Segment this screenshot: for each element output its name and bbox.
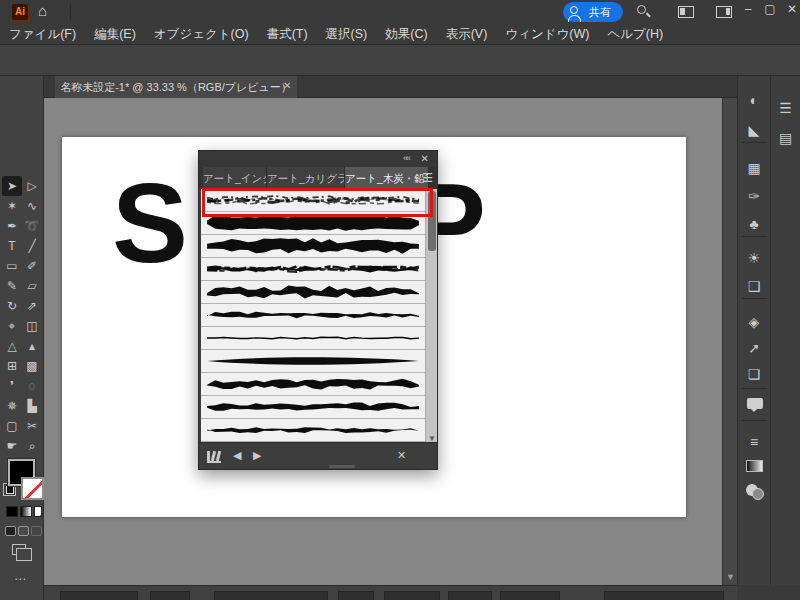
stroke-indicator[interactable] bbox=[21, 477, 44, 500]
brush-item-charcoal[interactable] bbox=[201, 235, 425, 258]
brush-tab-0[interactable]: アート_インク bbox=[203, 167, 267, 189]
perspective-grid-tool[interactable]: △ bbox=[2, 336, 22, 356]
brush-item-taper[interactable] bbox=[201, 350, 425, 373]
screen-mode-icon[interactable] bbox=[12, 544, 26, 555]
document-tab[interactable]: 名称未設定-1* @ 33.33 %（RGB/プレビュー） bbox=[55, 76, 297, 98]
maximize-button[interactable]: ▢ bbox=[760, 0, 780, 20]
width-tool[interactable]: ⌖ bbox=[2, 316, 22, 336]
status-box[interactable] bbox=[384, 591, 440, 600]
artboards-panel-icon[interactable]: ❏ bbox=[738, 364, 770, 384]
panel-close-icon[interactable]: ✕ bbox=[421, 153, 429, 164]
gradient-button[interactable] bbox=[20, 506, 32, 517]
brush-item-roughthin2[interactable] bbox=[201, 419, 425, 442]
zoom-tool[interactable]: ⌕ bbox=[22, 436, 42, 456]
properties-panel-icon[interactable]: ☰ bbox=[771, 98, 800, 118]
brush-tab-1[interactable]: アート_カリグラフィ bbox=[267, 167, 345, 189]
curvature-tool[interactable]: ➰ bbox=[22, 216, 42, 236]
artboard-letter-s[interactable]: S bbox=[112, 166, 188, 280]
status-box[interactable] bbox=[448, 591, 492, 600]
layers-panel-icon[interactable]: ◈ bbox=[738, 312, 770, 332]
menu-item-7[interactable]: ウィンドウ(W) bbox=[496, 24, 598, 45]
gradient-tool[interactable]: ▩ bbox=[22, 356, 42, 376]
brushes-panel[interactable]: «« ✕ アート_インクアート_カリグラフィアート_木炭・鉛筆 ☰ ▼ ◀ ▶ … bbox=[198, 150, 438, 470]
menu-item-1[interactable]: 編集(E) bbox=[85, 24, 145, 45]
menu-item-5[interactable]: 効果(C) bbox=[376, 24, 436, 45]
brushes-panel-header[interactable]: «« ✕ bbox=[199, 151, 437, 167]
menu-item-8[interactable]: ヘルプ(H) bbox=[598, 24, 672, 45]
artboard-tool[interactable]: ▢ bbox=[2, 416, 22, 436]
document-tab-close-icon[interactable]: ✕ bbox=[283, 80, 291, 91]
edit-toolbar-icon[interactable]: ⋯ bbox=[14, 572, 27, 586]
direct-selection-tool[interactable]: ▷ bbox=[22, 176, 42, 196]
graphic-styles-panel-icon[interactable]: ❑ bbox=[738, 276, 770, 296]
graph-tool[interactable]: ▙ bbox=[22, 396, 42, 416]
home-icon[interactable]: ⌂ bbox=[38, 2, 47, 19]
scroll-down-icon[interactable]: ▼ bbox=[726, 572, 735, 582]
rectangle-tool[interactable]: ▭ bbox=[2, 256, 22, 276]
perspective-selection-tool[interactable]: ▴ bbox=[22, 336, 42, 356]
swatches-panel-icon[interactable]: ▦ bbox=[738, 158, 770, 178]
stroke-panel-icon[interactable]: ≡ bbox=[738, 432, 770, 452]
eyedropper-tool[interactable]: ❜ bbox=[2, 376, 22, 396]
appearance-panel-icon[interactable]: ☀ bbox=[738, 248, 770, 268]
color-guide-panel-icon[interactable]: ◣ bbox=[738, 120, 770, 140]
magic-wand-tool[interactable]: ✶ bbox=[2, 196, 22, 216]
brush-tab-2[interactable]: アート_木炭・鉛筆 bbox=[345, 167, 429, 189]
scale-tool[interactable]: ⇗ bbox=[22, 296, 42, 316]
brush-libraries-menu-icon[interactable] bbox=[207, 451, 221, 463]
brush-item-hairline[interactable] bbox=[201, 327, 425, 350]
symbol-sprayer-tool[interactable]: ✵ bbox=[2, 396, 22, 416]
panel-collapse-icon[interactable]: «« bbox=[403, 153, 409, 163]
color-panel-icon[interactable]: ◐ bbox=[738, 90, 770, 110]
line-segment-tool[interactable]: ╱ bbox=[22, 236, 42, 256]
next-library-icon[interactable]: ▶ bbox=[253, 449, 261, 462]
pen-tool[interactable]: ✒ bbox=[2, 216, 22, 236]
delete-brush-icon[interactable]: ✕ bbox=[397, 449, 406, 462]
draw-behind-mode-icon[interactable] bbox=[18, 526, 29, 536]
vertical-scrollbar[interactable]: ▼ bbox=[722, 98, 737, 585]
previous-library-icon[interactable]: ◀ bbox=[233, 449, 241, 462]
brushes-panel-icon[interactable]: ✑ bbox=[738, 186, 770, 206]
export-panel-icon[interactable]: ➚ bbox=[738, 338, 770, 358]
menu-item-3[interactable]: 書式(T) bbox=[258, 24, 317, 45]
workspace-switcher-icon[interactable] bbox=[716, 6, 732, 18]
artboard-navigation-box[interactable] bbox=[214, 591, 328, 600]
selection-tool[interactable]: ➤ bbox=[2, 176, 22, 196]
menu-item-0[interactable]: ファイル(F) bbox=[0, 24, 85, 45]
paintbrush-tool[interactable]: ✐ bbox=[22, 256, 42, 276]
brush-item-charcoal2[interactable] bbox=[201, 281, 425, 304]
brush-item-roughthin[interactable] bbox=[201, 304, 425, 327]
mesh-tool[interactable]: ⊞ bbox=[2, 356, 22, 376]
brush-item-scratchy[interactable] bbox=[201, 258, 425, 281]
menu-item-4[interactable]: 選択(S) bbox=[317, 24, 377, 45]
status-box[interactable] bbox=[338, 591, 374, 600]
color-button[interactable] bbox=[6, 506, 18, 517]
arrange-documents-icon[interactable] bbox=[678, 6, 694, 18]
brush-item-roughmed[interactable] bbox=[201, 373, 425, 396]
free-transform-tool[interactable]: ◫ bbox=[22, 316, 42, 336]
libraries-panel-icon[interactable]: ▤ bbox=[771, 128, 800, 148]
gradient-panel-icon[interactable] bbox=[746, 460, 763, 472]
panel-resize-grip[interactable] bbox=[329, 465, 355, 468]
comments-panel-icon[interactable] bbox=[747, 398, 763, 409]
slice-tool[interactable]: ✂ bbox=[22, 416, 42, 436]
brush-item-roughmed2[interactable] bbox=[201, 396, 425, 419]
none-button[interactable] bbox=[34, 506, 42, 517]
minimize-button[interactable]: – bbox=[738, 0, 758, 20]
zoom-level-box[interactable] bbox=[60, 591, 138, 600]
search-icon[interactable] bbox=[637, 5, 646, 14]
status-box[interactable] bbox=[500, 591, 560, 600]
close-button[interactable]: ✕ bbox=[782, 0, 800, 20]
panel-menu-icon[interactable]: ☰ bbox=[422, 171, 433, 185]
draw-normal-mode-icon[interactable] bbox=[5, 526, 16, 536]
brush-list[interactable]: ▼ bbox=[201, 189, 437, 444]
eraser-tool[interactable]: ▱ bbox=[22, 276, 42, 296]
menu-item-2[interactable]: オブジェクト(O) bbox=[145, 24, 258, 45]
symbols-panel-icon[interactable]: ♣ bbox=[738, 214, 770, 234]
type-tool[interactable]: T bbox=[2, 236, 22, 256]
status-box[interactable] bbox=[150, 591, 190, 600]
hand-tool[interactable]: ☛ bbox=[2, 436, 22, 456]
blend-tool[interactable]: ◌ bbox=[22, 376, 42, 396]
brush-list-scrollbar[interactable]: ▼ bbox=[425, 189, 437, 444]
menu-item-6[interactable]: 表示(V) bbox=[437, 24, 497, 45]
